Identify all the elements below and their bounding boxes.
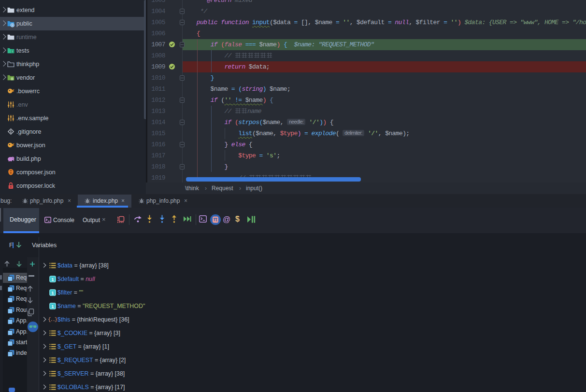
svg-text:1: 1 (51, 304, 54, 309)
svg-text:1: 1 (51, 277, 54, 282)
svg-text:1: 1 (51, 290, 54, 295)
